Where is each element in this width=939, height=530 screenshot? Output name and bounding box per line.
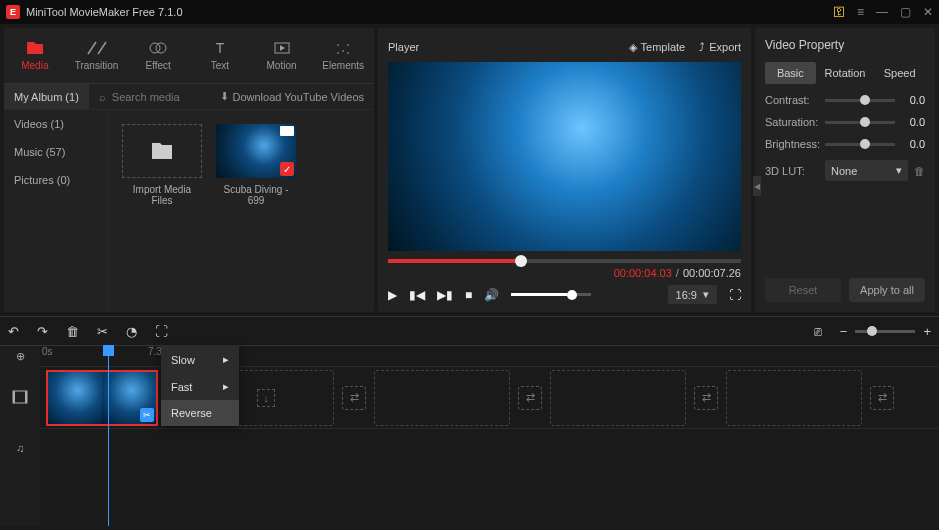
tool-motion[interactable]: Motion: [251, 28, 313, 83]
playhead[interactable]: [108, 346, 109, 526]
timeline-clip[interactable]: ✂: [46, 370, 158, 426]
media-clip-scuba[interactable]: ✓ Scuba Diving - 699: [216, 124, 296, 298]
tool-transition[interactable]: Transition: [66, 28, 128, 83]
svg-point-1: [156, 43, 166, 53]
speed-button[interactable]: ◔: [126, 324, 137, 339]
empty-clip-slot[interactable]: [550, 370, 686, 426]
chevron-down-icon: ▾: [896, 164, 902, 177]
main-toolbar: Media Transition Effect T Text Motion El…: [4, 28, 374, 84]
search-input[interactable]: ⌕ Search media: [89, 91, 210, 103]
adjust-icon[interactable]: ⎚: [814, 324, 822, 339]
cat-videos[interactable]: Videos (1): [4, 110, 107, 138]
reset-button[interactable]: Reset: [765, 278, 841, 302]
player-panel: Player ◈ Template ⤴ Export 00:00:04.03 /…: [378, 28, 751, 312]
svg-text:T: T: [216, 40, 225, 56]
transition-slot[interactable]: ⇄: [342, 386, 366, 410]
album-tab[interactable]: My Album (1): [4, 84, 89, 109]
saturation-slider[interactable]: [825, 121, 895, 124]
folder-icon: [150, 141, 174, 161]
aspect-select[interactable]: 16:9 ▾: [668, 285, 717, 304]
import-media-button[interactable]: Import Media Files: [122, 124, 202, 298]
template-icon: ◈: [629, 41, 637, 54]
zoom-in-button[interactable]: +: [923, 324, 931, 339]
tool-effect[interactable]: Effect: [127, 28, 189, 83]
tab-basic[interactable]: Basic: [765, 62, 816, 84]
lut-select[interactable]: None ▾: [825, 160, 908, 181]
transition-slot[interactable]: ⇄: [694, 386, 718, 410]
redo-button[interactable]: ↷: [37, 324, 48, 339]
svg-rect-5: [13, 391, 15, 403]
volume-icon[interactable]: 🔊: [484, 288, 499, 302]
player-title: Player: [388, 41, 629, 53]
tool-elements[interactable]: Elements: [312, 28, 374, 83]
minimize-icon[interactable]: —: [876, 5, 888, 19]
prev-button[interactable]: ▮◀: [409, 288, 425, 302]
split-button[interactable]: ✂: [97, 324, 108, 339]
tab-rotation[interactable]: Rotation: [820, 62, 871, 84]
video-track-icon: [0, 366, 40, 428]
menu-reverse[interactable]: Reverse: [161, 400, 239, 426]
app-logo: E: [6, 5, 20, 19]
property-title: Video Property: [765, 38, 925, 52]
fullscreen-icon[interactable]: ⛶: [729, 288, 741, 302]
empty-clip-slot[interactable]: [726, 370, 862, 426]
transition-slot[interactable]: ⇄: [518, 386, 542, 410]
stop-button[interactable]: ■: [465, 288, 472, 302]
property-panel: Video Property Basic Rotation Speed Cont…: [755, 28, 935, 312]
download-icon: ↓: [257, 389, 275, 407]
delete-button[interactable]: 🗑: [66, 324, 79, 339]
category-sidebar: Videos (1) Music (57) Pictures (0): [4, 110, 108, 312]
svg-rect-4: [13, 391, 27, 403]
zoom-slider[interactable]: [855, 330, 915, 333]
empty-clip-slot[interactable]: [374, 370, 510, 426]
export-icon: ⤴: [699, 41, 705, 53]
trash-icon[interactable]: 🗑: [914, 165, 925, 177]
add-track-button[interactable]: ⊕: [0, 346, 40, 366]
scrub-bar[interactable]: [388, 259, 741, 263]
chevron-down-icon: ▾: [703, 288, 709, 301]
time-total: 00:00:07.26: [683, 267, 741, 279]
svg-rect-6: [25, 391, 27, 403]
clip-split-icon: ✂: [140, 408, 154, 422]
video-preview[interactable]: [388, 62, 741, 251]
contrast-slider[interactable]: [825, 99, 895, 102]
export-button[interactable]: ⤴ Export: [699, 41, 741, 54]
volume-slider[interactable]: [511, 293, 591, 296]
video-badge-icon: [280, 126, 294, 136]
transition-slot[interactable]: ⇄: [870, 386, 894, 410]
cat-music[interactable]: Music (57): [4, 138, 107, 166]
crop-button[interactable]: ⛶: [155, 324, 168, 339]
apply-all-button[interactable]: Apply to all: [849, 278, 925, 302]
menu-fast[interactable]: Fast▸: [161, 373, 239, 400]
download-icon: ⬇: [220, 90, 229, 103]
speed-menu: Slow▸ Fast▸ Reverse: [161, 346, 239, 426]
zoom-out-button[interactable]: −: [840, 324, 848, 339]
tool-text[interactable]: T Text: [189, 28, 251, 83]
cat-pictures[interactable]: Pictures (0): [4, 166, 107, 194]
timeline: ↶ ↷ 🗑 ✂ ◔ ⛶ ⎚ − + ⊕ ♫ 0s 7.3s: [0, 316, 939, 526]
maximize-icon[interactable]: ▢: [900, 5, 911, 19]
key-icon[interactable]: ⚿: [833, 5, 845, 19]
download-youtube-link[interactable]: ⬇ Download YouTube Videos: [210, 90, 375, 103]
tab-speed[interactable]: Speed: [874, 62, 925, 84]
menu-slow[interactable]: Slow▸: [161, 346, 239, 373]
search-icon: ⌕: [99, 91, 106, 103]
brightness-slider[interactable]: [825, 143, 895, 146]
menu-icon[interactable]: ≡: [857, 5, 864, 19]
scrub-handle[interactable]: [515, 255, 527, 267]
audio-track[interactable]: [40, 428, 939, 468]
chevron-right-icon: ▸: [223, 380, 229, 393]
template-button[interactable]: ◈ Template: [629, 41, 686, 54]
panel-expand-handle[interactable]: ◀: [753, 176, 761, 196]
check-icon: ✓: [280, 162, 294, 176]
volume-handle[interactable]: [567, 290, 577, 300]
close-icon[interactable]: ✕: [923, 5, 933, 19]
chevron-right-icon: ▸: [223, 353, 229, 366]
undo-button[interactable]: ↶: [8, 324, 19, 339]
titlebar: E MiniTool MovieMaker Free 7.1.0 ⚿ ≡ — ▢…: [0, 0, 939, 24]
audio-track-icon: ♫: [0, 428, 40, 468]
svg-point-0: [150, 43, 160, 53]
next-button[interactable]: ▶▮: [437, 288, 453, 302]
tool-media[interactable]: Media: [4, 28, 66, 83]
play-button[interactable]: ▶: [388, 288, 397, 302]
